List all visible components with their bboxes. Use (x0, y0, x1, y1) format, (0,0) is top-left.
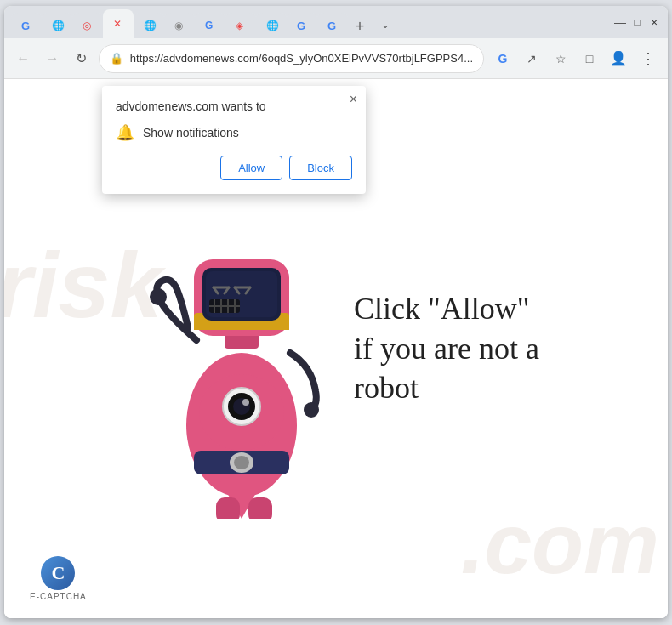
robot-image (133, 196, 337, 502)
tab-5-favicon: 🌐 (144, 20, 157, 31)
tab-4-favicon: ✕ (113, 18, 122, 30)
tab-10-favicon: G (297, 20, 305, 32)
tab-6-favicon: ◉ (174, 20, 183, 31)
navigation-bar: ← → ↻ 🔒 https://advdomenews.com/6oqdS_yl… (4, 38, 668, 79)
permission-text: Show notifications (143, 126, 239, 139)
tab-11[interactable]: G (317, 13, 348, 38)
menu-button[interactable]: ⋮ (634, 45, 661, 72)
address-bar[interactable]: 🔒 https://advdomenews.com/6oqdS_ylyOn0XE… (99, 44, 484, 73)
tab-5[interactable]: 🌐 (134, 13, 164, 38)
svg-point-10 (242, 399, 249, 406)
tab-overflow-button[interactable]: ⌄ (372, 11, 399, 38)
tab-9[interactable]: 🌐 (256, 13, 287, 38)
bell-icon: 🔔 (116, 123, 134, 142)
tab-6[interactable]: ◉ (164, 13, 195, 38)
svg-point-0 (150, 288, 167, 305)
tab-7[interactable]: G (195, 13, 225, 38)
svg-rect-31 (248, 497, 272, 519)
tab-7-favicon: G (205, 20, 213, 31)
lock-icon: 🔒 (110, 52, 123, 65)
allow-button[interactable]: Allow (220, 156, 282, 180)
title-bar: G 🌐 ◎ ✕ 🌐 ◉ G ◈ (4, 6, 668, 38)
profile-button[interactable]: 👤 (605, 45, 632, 72)
google-search-button[interactable]: G (489, 45, 516, 72)
tab-1[interactable]: G (11, 13, 42, 38)
popup-close-button[interactable]: × (350, 93, 357, 106)
tab-2[interactable]: 🌐 (42, 13, 72, 38)
svg-point-29 (304, 402, 319, 418)
tab-8-favicon: ◈ (236, 20, 243, 31)
extensions-button[interactable]: □ (576, 45, 603, 72)
tab-8[interactable]: ◈ (225, 13, 256, 38)
tab-2-favicon: 🌐 (52, 20, 65, 31)
ecaptcha-logo-area: C E-CAPTCHA (30, 556, 87, 601)
popup-title: advdomenews.com wants to (116, 99, 352, 113)
tab-3-favicon: ◎ (83, 20, 91, 31)
minimize-button[interactable]: — (613, 15, 627, 29)
tab-4-active[interactable]: ✕ (103, 9, 134, 38)
notification-popup: × advdomenews.com wants to 🔔 Show notifi… (102, 86, 366, 194)
new-tab-button[interactable]: + (348, 14, 372, 38)
bookmark-button[interactable]: ☆ (547, 45, 574, 72)
page-content: × advdomenews.com wants to 🔔 Show notifi… (4, 79, 668, 618)
scene-content: Click "Allow"if you are not arobot (116, 179, 556, 519)
tab-3[interactable]: ◎ (72, 13, 103, 38)
share-button[interactable]: ↗ (518, 45, 545, 72)
tab-11-favicon: G (327, 20, 336, 32)
back-button[interactable]: ← (11, 45, 35, 72)
tab-9-favicon: 🌐 (266, 20, 279, 31)
ecaptcha-logo-icon: C (41, 556, 75, 590)
popup-permission: 🔔 Show notifications (116, 123, 352, 142)
popup-buttons: Allow Block (116, 156, 352, 180)
ecaptcha-label: E-CAPTCHA (30, 592, 87, 601)
tab-1-favicon: G (21, 20, 30, 32)
close-button[interactable]: ✕ (647, 15, 661, 29)
window-controls: — □ ✕ (607, 15, 661, 29)
reload-button[interactable]: ↻ (70, 45, 94, 72)
nav-actions: G ↗ ☆ □ 👤 ⋮ (489, 45, 661, 72)
maximize-button[interactable]: □ (630, 15, 644, 29)
browser-window: G 🌐 ◎ ✕ 🌐 ◉ G ◈ (4, 6, 668, 618)
tab-strip: G 🌐 ◎ ✕ 🌐 ◉ G ◈ (11, 6, 603, 38)
main-text: Click "Allow"if you are not arobot (354, 289, 539, 408)
tab-10[interactable]: G (287, 13, 317, 38)
url-text: https://advdomenews.com/6oqdS_ylyOn0XElP… (130, 52, 473, 65)
forward-button[interactable]: → (40, 45, 64, 72)
block-button[interactable]: Block (289, 156, 352, 180)
svg-rect-30 (216, 497, 240, 519)
svg-point-5 (234, 456, 249, 469)
